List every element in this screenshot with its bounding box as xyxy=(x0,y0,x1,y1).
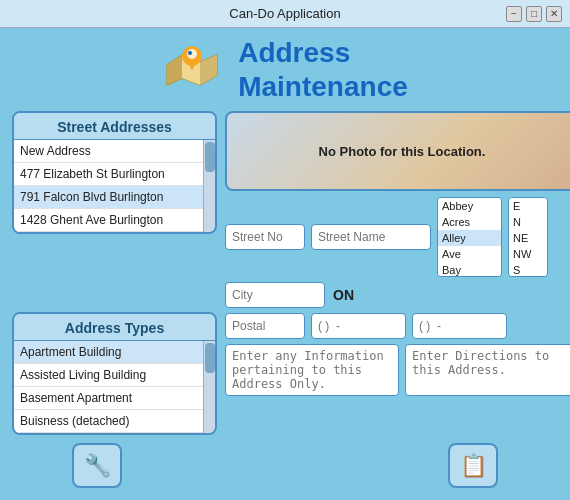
dropdown-item[interactable]: NE xyxy=(509,230,547,246)
bottom-bar: 🔧 📋 xyxy=(12,439,558,492)
scrollbar-thumb xyxy=(205,142,215,172)
map-icon xyxy=(162,40,222,100)
direction-list[interactable]: E N NE NW S xyxy=(508,197,548,277)
address-types-list: Apartment Building Assisted Living Build… xyxy=(14,341,203,433)
save-icon: 📋 xyxy=(460,453,487,479)
dropdown-item[interactable]: Acres xyxy=(438,214,501,230)
save-button[interactable]: 📋 xyxy=(448,443,498,488)
tools-icon: 🔧 xyxy=(84,453,111,479)
close-button[interactable]: ✕ xyxy=(546,6,562,22)
photo-box: No Photo for this Location. xyxy=(225,111,570,191)
street-addresses-title: Street Addresses xyxy=(14,113,215,140)
directions-textarea[interactable] xyxy=(405,344,570,396)
address-types-title: Address Types xyxy=(14,314,215,341)
dropdown-item[interactable]: NW xyxy=(509,246,547,262)
list-item[interactable]: 791 Falcon Blvd Burlington xyxy=(14,186,203,209)
list-item[interactable]: Apartment Building xyxy=(14,341,203,364)
right-panel: No Photo for this Location. Abbey Acres … xyxy=(225,111,570,435)
street-name-input[interactable] xyxy=(311,224,431,250)
photo-label: No Photo for this Location. xyxy=(319,144,486,159)
list-item[interactable]: Basement Apartment xyxy=(14,387,203,410)
street-type-list[interactable]: Abbey Acres Alley Ave Bay xyxy=(437,197,502,277)
dropdown-item[interactable]: Abbey xyxy=(438,198,501,214)
window-controls: − □ ✕ xyxy=(506,6,562,22)
app-title: Can-Do Application xyxy=(229,6,340,21)
street-no-input[interactable] xyxy=(225,224,305,250)
street-addresses-panel: Street Addresses New Address 477 Elizabe… xyxy=(12,111,217,234)
maximize-button[interactable]: □ xyxy=(526,6,542,22)
dropdown-item[interactable]: E xyxy=(509,198,547,214)
street-addresses-list: New Address 477 Elizabeth St Burlington … xyxy=(14,140,203,232)
address-types-panel: Address Types Apartment Building Assiste… xyxy=(12,312,217,435)
city-input[interactable] xyxy=(225,282,325,308)
phone1-input[interactable] xyxy=(311,313,406,339)
scrollbar-thumb xyxy=(205,343,215,373)
minimize-button[interactable]: − xyxy=(506,6,522,22)
header-row: Address Maintenance xyxy=(12,36,558,103)
svg-point-7 xyxy=(188,51,192,55)
list-item[interactable]: 1428 Ghent Ave Burlington xyxy=(14,209,203,232)
phone2-input[interactable] xyxy=(412,313,507,339)
list-item[interactable]: New Address xyxy=(14,140,203,163)
tools-button[interactable]: 🔧 xyxy=(72,443,122,488)
street-addresses-list-container: New Address 477 Elizabeth St Burlington … xyxy=(14,140,215,232)
postal-input[interactable] xyxy=(225,313,305,339)
main-content: Address Maintenance Street Addresses New… xyxy=(0,28,570,500)
info-textarea[interactable] xyxy=(225,344,399,396)
street-addresses-scrollbar[interactable] xyxy=(203,140,215,232)
street-row: Abbey Acres Alley Ave Bay E N NE NW S xyxy=(225,197,570,277)
list-item[interactable]: 477 Elizabeth St Burlington xyxy=(14,163,203,186)
dropdown-item[interactable]: Bay xyxy=(438,262,501,277)
address-types-scrollbar[interactable] xyxy=(203,341,215,433)
postal-row xyxy=(225,313,570,339)
state-value: ON xyxy=(333,287,354,303)
dropdown-item[interactable]: N xyxy=(509,214,547,230)
address-types-list-container: Apartment Building Assisted Living Build… xyxy=(14,341,215,433)
dropdown-item[interactable]: Ave xyxy=(438,246,501,262)
form-area: Abbey Acres Alley Ave Bay E N NE NW S xyxy=(225,197,570,396)
page-title: Address Maintenance xyxy=(238,36,408,103)
dropdown-item[interactable]: Alley xyxy=(438,230,501,246)
city-row: ON xyxy=(225,282,570,308)
list-item[interactable]: Assisted Living Building xyxy=(14,364,203,387)
dropdown-item[interactable]: S xyxy=(509,262,547,277)
titlebar: Can-Do Application − □ ✕ xyxy=(0,0,570,28)
textarea-row xyxy=(225,344,570,396)
left-panel: Street Addresses New Address 477 Elizabe… xyxy=(12,111,217,435)
list-item[interactable]: Buisness (detached) xyxy=(14,410,203,433)
body-row: Street Addresses New Address 477 Elizabe… xyxy=(12,111,558,435)
